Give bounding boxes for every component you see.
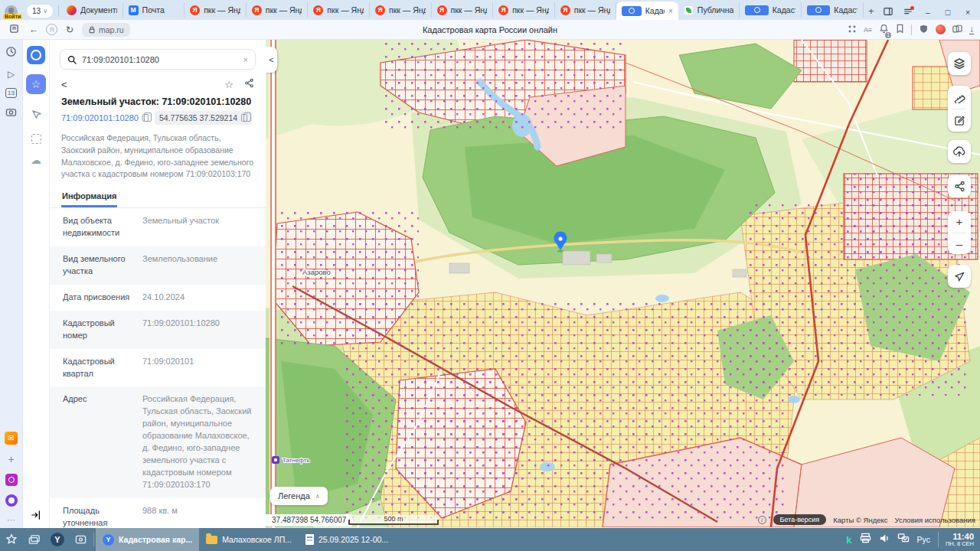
yandex-search-icon[interactable]: Я bbox=[46, 24, 57, 35]
devices-icon[interactable] bbox=[897, 533, 910, 546]
notifications-bell-icon[interactable]: 1 bbox=[879, 23, 889, 37]
screenshot-icon[interactable] bbox=[5, 106, 17, 120]
lock-icon bbox=[88, 25, 96, 34]
tab-counter-button[interactable]: 13 ∨ bbox=[27, 5, 53, 18]
tab-cadastre-active[interactable]: Кадастр× bbox=[616, 2, 678, 20]
table-row: Кадастровый квартал71:09:020101 bbox=[50, 349, 266, 387]
upload-button[interactable] bbox=[948, 140, 971, 163]
minimize-button[interactable]: – bbox=[919, 8, 937, 17]
side-panel-icon[interactable] bbox=[6, 24, 21, 36]
close-tab-icon[interactable]: × bbox=[668, 7, 673, 15]
refresh-icon[interactable]: ↻ bbox=[62, 24, 77, 35]
back-icon[interactable]: ← bbox=[26, 24, 41, 35]
bookmark-icon[interactable] bbox=[896, 23, 904, 37]
favorite-star-icon[interactable]: ☆ bbox=[224, 79, 234, 90]
favorites-star-button[interactable]: ☆ bbox=[26, 74, 46, 94]
collapse-sidebar-handle[interactable]: < bbox=[266, 47, 277, 73]
play-icon[interactable]: ▷ bbox=[8, 69, 15, 80]
tab-strip: Документы MПочта Япкк — Янд Япкк — Янд Я… bbox=[61, 0, 879, 20]
tab-pkk-1[interactable]: Япкк — Янд bbox=[185, 2, 247, 18]
beta-badge: Бета-версия bbox=[773, 514, 827, 525]
tab-pkk-7[interactable]: Япкк — Янд bbox=[555, 2, 617, 18]
tab-pkk-2[interactable]: Япкк — Янд bbox=[247, 2, 309, 18]
browser-sidebar: ▷ 13 ✉ + ⋯ bbox=[0, 40, 23, 528]
mapru-logo[interactable] bbox=[27, 46, 45, 64]
browser-toolbar: ← Я ↻ map.ru Кадастровая карта России он… bbox=[0, 20, 980, 40]
tab-information[interactable]: Информация bbox=[61, 188, 117, 207]
map-tiles: Азарово Татнефть bbox=[266, 40, 980, 527]
poi-tatneft[interactable]: Татнефть bbox=[272, 456, 310, 464]
zoom-out-button[interactable]: – bbox=[948, 233, 971, 254]
clock[interactable]: 11:40 ПН, 8 СЕН bbox=[938, 532, 974, 547]
back-button[interactable]: < bbox=[61, 79, 67, 90]
zoom-in-button[interactable]: + bbox=[948, 211, 971, 233]
alice-app-icon[interactable] bbox=[5, 494, 18, 507]
tab-label: пкк — Янд bbox=[451, 5, 488, 15]
more-icon[interactable]: ⋯ bbox=[7, 515, 15, 525]
yandex-mail-icon[interactable]: ✉ bbox=[5, 432, 18, 445]
start-menu-icon[interactable] bbox=[0, 528, 23, 551]
tab-mail[interactable]: MПочта bbox=[123, 2, 185, 18]
search-box[interactable]: × bbox=[60, 49, 256, 70]
address-bar[interactable]: map.ru bbox=[82, 23, 130, 37]
tab-public-map[interactable]: Публична bbox=[678, 2, 740, 18]
add-service-icon[interactable]: + bbox=[8, 453, 14, 465]
kaspersky-icon[interactable]: k bbox=[846, 534, 851, 546]
printer-icon[interactable] bbox=[860, 533, 871, 546]
coordinates-chip[interactable]: 54.775635 37.529214 bbox=[155, 111, 252, 125]
tab-label: пкк — Янд bbox=[204, 5, 240, 15]
ruler-button[interactable] bbox=[948, 86, 971, 109]
cloud-icon[interactable]: ☁ bbox=[31, 154, 41, 166]
task-document[interactable]: 25.09.2025 12-00... bbox=[299, 528, 395, 551]
draw-button[interactable] bbox=[948, 109, 971, 132]
tab-pkk-6[interactable]: Япкк — Янд bbox=[493, 2, 555, 18]
collapse-panel-icon[interactable] bbox=[31, 510, 41, 523]
extensions-icon[interactable] bbox=[848, 23, 857, 37]
search-input[interactable] bbox=[82, 55, 238, 64]
tab-pkk-4[interactable]: Япкк — Янд bbox=[370, 2, 432, 18]
tab-pkk-3[interactable]: Япкк — Янд bbox=[308, 2, 370, 18]
windows-switcher-icon[interactable] bbox=[23, 528, 46, 551]
tab-documents[interactable]: Документы bbox=[61, 2, 123, 18]
tabs-panel-icon[interactable]: 13 bbox=[5, 88, 17, 98]
yandex-browser-launcher-icon[interactable]: Y bbox=[46, 528, 69, 551]
info-icon[interactable]: i bbox=[758, 516, 766, 524]
clear-search-icon[interactable]: × bbox=[243, 55, 248, 64]
new-tab-button[interactable]: + bbox=[864, 5, 879, 17]
copy-icon[interactable] bbox=[142, 114, 149, 122]
reader-mode-icon[interactable]: A≡ bbox=[864, 26, 872, 34]
share-icon[interactable] bbox=[244, 78, 254, 90]
scale-bar: 500 m bbox=[348, 515, 439, 525]
task-cadastral-map[interactable]: Y Кадастровая кар... bbox=[96, 528, 199, 551]
tabs-menu-icon[interactable] bbox=[899, 7, 917, 18]
map-canvas[interactable]: Азарово Татнефть < bbox=[266, 40, 980, 528]
browser-window: Войти 13 ∨ Документы MПочта Япкк — Янд Я… bbox=[0, 0, 980, 551]
history-icon[interactable] bbox=[5, 46, 17, 60]
terms-link[interactable]: Условия использования bbox=[895, 516, 975, 524]
alice-assistant-icon[interactable] bbox=[936, 24, 946, 34]
cursor-tool-icon[interactable] bbox=[26, 104, 46, 124]
protect-shield-icon[interactable] bbox=[919, 23, 929, 37]
volume-icon[interactable] bbox=[879, 533, 890, 546]
task-folder-malakhovskoe[interactable]: Малаховское ЛП... bbox=[199, 528, 299, 551]
maximize-button[interactable]: □ bbox=[939, 8, 957, 17]
split-view-icon[interactable] bbox=[952, 23, 962, 37]
file-manager-icon[interactable] bbox=[69, 528, 92, 551]
copy-icon[interactable] bbox=[241, 114, 247, 122]
tab-pkk-5[interactable]: Япкк — Янд bbox=[432, 2, 494, 18]
copyright-link[interactable]: Карты © Яндекс bbox=[833, 516, 887, 524]
tab-cadastre-2[interactable]: Кадастров bbox=[740, 2, 802, 18]
language-indicator[interactable]: Рус bbox=[917, 535, 930, 544]
tab-cadastre-3[interactable]: Кадастров bbox=[802, 2, 864, 18]
panels-icon[interactable] bbox=[879, 7, 897, 18]
locate-me-button[interactable] bbox=[948, 265, 971, 288]
close-window-button[interactable]: × bbox=[959, 8, 977, 17]
profile-button[interactable]: Войти bbox=[3, 5, 21, 20]
legend-button[interactable]: Легенда∧ bbox=[270, 487, 328, 505]
share-map-button[interactable] bbox=[948, 174, 971, 197]
cadastral-number-link[interactable]: 71:09:020101:10280 bbox=[61, 113, 149, 122]
select-area-icon[interactable] bbox=[31, 134, 41, 144]
download-icon[interactable]: ↓ bbox=[969, 25, 974, 34]
camera-app-icon[interactable] bbox=[5, 474, 18, 486]
layers-button[interactable] bbox=[948, 52, 971, 75]
